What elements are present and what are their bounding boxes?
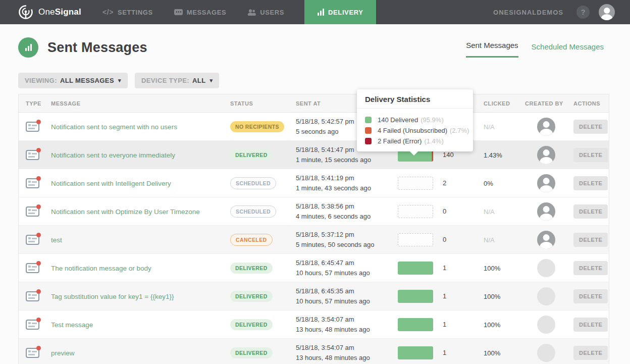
header-clicked: CLICKED xyxy=(484,100,525,107)
creator-avatar xyxy=(537,118,555,136)
viewing-filter-dropdown[interactable]: VIEWING: ALL MESSAGES ▾ xyxy=(18,73,128,88)
delete-button[interactable]: DELETE xyxy=(573,346,608,360)
header-message: MESSAGE xyxy=(51,100,230,107)
sent-ago: 1 minute, 43 seconds ago xyxy=(296,183,398,193)
sent-ago: 4 minutes, 6 seconds ago xyxy=(296,212,398,222)
sent-date: 5/18/18, 6:45:35 am xyxy=(296,286,398,296)
delivered-label: 140 Delivered xyxy=(378,116,418,124)
error-color-swatch xyxy=(365,138,372,144)
sent-date: 5/18/18, 5:38:56 pm xyxy=(296,201,398,212)
unsubscribed-color-swatch xyxy=(365,127,372,134)
sent-date: 5/18/18, 5:37:12 pm xyxy=(296,230,398,240)
delete-button[interactable]: DELETE xyxy=(573,261,608,275)
sent-date: 5/18/18, 5:41:19 pm xyxy=(296,173,398,183)
clicked-value: 100% xyxy=(484,321,500,329)
clicked-value: N/A xyxy=(484,123,495,131)
message-link[interactable]: Notification sent to segment with no use… xyxy=(51,123,177,131)
delivered-color-swatch xyxy=(365,117,372,123)
notification-type-icon xyxy=(26,233,41,245)
creator-avatar xyxy=(537,344,555,362)
creator-avatar xyxy=(537,316,555,334)
delete-button[interactable]: DELETE xyxy=(573,204,608,219)
sent-ago: 5 minutes, 50 seconds ago xyxy=(296,240,398,250)
code-icon: </> xyxy=(102,8,114,16)
delivered-percent: (95.9%) xyxy=(421,116,444,124)
status-badge: NO RECIPIENTS xyxy=(230,121,284,132)
delete-button[interactable]: DELETE xyxy=(573,176,608,190)
nav-item-settings[interactable]: </> SETTINGS xyxy=(102,0,153,24)
brand-name: OneSignal xyxy=(38,7,81,17)
top-navbar: OneSignal </> SETTINGS MESSAGES USERS DE… xyxy=(0,0,630,24)
table-row: Notification sent with Intelligent Deliv… xyxy=(19,169,609,197)
user-avatar[interactable] xyxy=(599,4,615,20)
message-link[interactable]: The notification message or body xyxy=(51,265,151,272)
notification-type-icon xyxy=(26,148,41,160)
sent-date: 5/18/18, 3:54:07 am xyxy=(296,315,398,325)
tab-sent-messages[interactable]: Sent Messages xyxy=(466,41,518,58)
creator-avatar xyxy=(537,231,555,249)
delete-button[interactable]: DELETE xyxy=(573,289,608,303)
clicked-value: 1.43% xyxy=(484,151,502,159)
header-actions: ACTIONS xyxy=(573,100,609,107)
message-link[interactable]: Tag substitution value for key1 = {{key1… xyxy=(51,293,174,300)
tab-scheduled-messages[interactable]: Scheduled Messages xyxy=(532,42,604,58)
message-link[interactable]: Test message xyxy=(51,321,93,329)
nav-item-users[interactable]: USERS xyxy=(247,0,284,24)
tooltip-title: Delivery Statistics xyxy=(357,89,473,109)
nav-label-settings: SETTINGS xyxy=(118,9,153,16)
clicked-value: 100% xyxy=(484,265,500,272)
sent-ago: 13 hours, 48 minutes ago xyxy=(296,353,398,363)
delivered-bar xyxy=(398,233,433,246)
notification-type-icon xyxy=(26,176,41,188)
clicked-value: 100% xyxy=(484,293,500,300)
message-link[interactable]: Notification sent with Optimize By User … xyxy=(51,208,200,216)
delivered-count: 0 xyxy=(443,236,446,243)
onesignal-logo-icon xyxy=(18,5,33,20)
nav-label-delivery: DELIVERY xyxy=(328,9,363,16)
delivered-bar xyxy=(398,177,433,190)
status-badge: DELIVERED xyxy=(230,291,273,302)
delete-button[interactable]: DELETE xyxy=(573,148,608,162)
creator-avatar xyxy=(537,174,555,192)
nav-item-delivery[interactable]: DELIVERY xyxy=(304,0,376,24)
sent-messages-table: TYPE MESSAGE STATUS SENT AT CLICKED CREA… xyxy=(18,94,609,364)
delivered-bar[interactable] xyxy=(398,262,433,275)
viewing-filter-value: ALL MESSAGES xyxy=(60,77,114,84)
chevron-down-icon: ▾ xyxy=(210,77,213,84)
sent-ago: 10 hours, 57 minutes ago xyxy=(296,268,398,278)
notification-type-icon xyxy=(26,204,41,217)
delete-button[interactable]: DELETE xyxy=(573,120,608,134)
message-link[interactable]: test xyxy=(51,236,62,244)
error-percent: (1.4%) xyxy=(424,137,443,145)
chevron-down-icon: ▾ xyxy=(118,77,121,84)
device-type-filter-dropdown[interactable]: DEVICE TYPE: ALL ▾ xyxy=(135,73,220,88)
message-link[interactable]: Notification sent with Intelligent Deliv… xyxy=(51,180,171,187)
delete-button[interactable]: DELETE xyxy=(573,318,608,332)
delivered-bar[interactable] xyxy=(398,290,433,303)
delete-button[interactable]: DELETE xyxy=(573,233,608,247)
unsubscribed-label: 4 Failed (Unsubscribed) xyxy=(378,127,447,134)
header-type: TYPE xyxy=(19,100,51,107)
page-header: Sent Messages Sent Messages Scheduled Me… xyxy=(18,36,604,58)
table-header-row: TYPE MESSAGE STATUS SENT AT CLICKED CREA… xyxy=(19,94,609,113)
tooltip-unsubscribed-item: 4 Failed (Unsubscribed) (2.7%) xyxy=(365,127,466,134)
chat-icon xyxy=(174,9,183,15)
account-name[interactable]: ONESIGNALDEMOS xyxy=(493,9,563,16)
table-row: Notification sent to everyone immediatel… xyxy=(19,141,609,169)
bar-chart-icon xyxy=(318,9,324,16)
message-link[interactable]: preview xyxy=(51,349,75,357)
clicked-value: N/A xyxy=(484,236,495,244)
sent-date: 5/18/18, 6:45:47 am xyxy=(296,258,398,268)
notification-type-icon xyxy=(26,318,41,330)
delivery-statistics-tooltip: Delivery Statistics 140 Delivered (95.9%… xyxy=(357,89,473,151)
help-icon[interactable]: ? xyxy=(576,6,590,19)
tooltip-error-item: 2 Failed (Error) (1.4%) xyxy=(365,137,466,145)
delivered-bar[interactable] xyxy=(398,346,433,359)
table-row: Tag substitution value for key1 = {{key1… xyxy=(19,282,609,310)
delivered-bar[interactable] xyxy=(398,318,433,331)
sent-messages-icon xyxy=(18,37,38,58)
onesignal-logo[interactable]: OneSignal xyxy=(18,5,81,20)
nav-item-messages[interactable]: MESSAGES xyxy=(174,0,226,24)
creator-avatar xyxy=(537,202,555,221)
message-link[interactable]: Notification sent to everyone immediatel… xyxy=(51,151,175,159)
